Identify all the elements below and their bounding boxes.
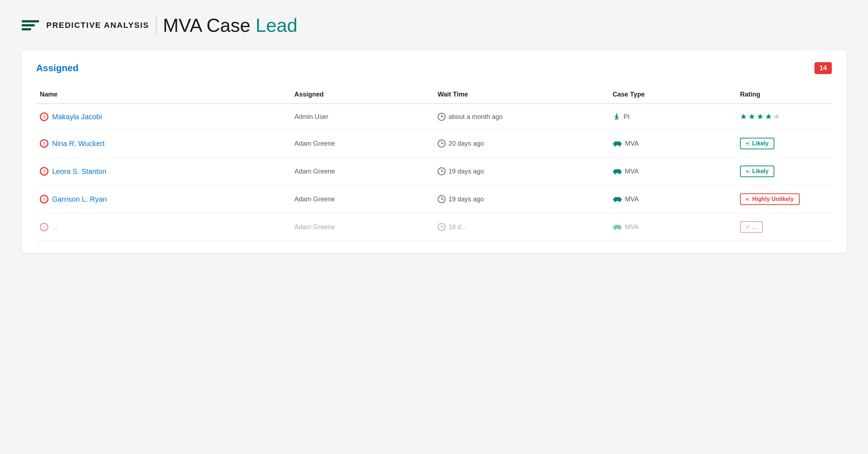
- assigned-cell: Adam Greene: [291, 213, 434, 241]
- badge-icon: +:: [746, 196, 750, 202]
- case-name-link[interactable]: Nina R. Wuckert: [52, 140, 105, 148]
- svg-point-18: [619, 200, 621, 202]
- name-cell: ! Nina R. Wuckert: [36, 130, 291, 158]
- header-title-block: PREDICTIVE ANALYSIS MVA Case Lead: [46, 14, 297, 36]
- wait-time-cell: 20 days ago: [434, 130, 609, 158]
- wait-time-cell: 19 days ago: [434, 158, 609, 185]
- svg-point-4: [619, 145, 621, 146]
- assigned-cell: Adam Greene: [291, 158, 434, 185]
- case-type-text: MVA: [625, 140, 639, 147]
- mva-icon: [613, 140, 622, 147]
- wait-time-cell: about a month ago: [434, 104, 609, 130]
- cases-table: Name Assigned Wait Time Case Type Rating…: [36, 86, 832, 241]
- clock-icon: [438, 195, 446, 203]
- col-header-wait: Wait Time: [434, 86, 609, 104]
- case-name-link[interactable]: ...: [52, 223, 58, 231]
- star: ★: [740, 112, 747, 121]
- svg-rect-5: [613, 143, 614, 144]
- case-type-cell: MVA: [609, 130, 736, 158]
- table-header: Name Assigned Wait Time Case Type Rating: [36, 86, 832, 104]
- assigned-cell: Adam Greene: [291, 130, 434, 158]
- col-header-rating: Rating: [736, 86, 832, 104]
- svg-rect-6: [621, 143, 622, 144]
- svg-rect-13: [621, 171, 622, 172]
- header-divider: [156, 16, 157, 34]
- clock-icon: [438, 223, 446, 231]
- svg-point-3: [614, 145, 616, 146]
- main-card: Assigned 14 Name Assigned Wait Time Case…: [22, 51, 846, 253]
- svg-point-0: [616, 113, 617, 115]
- case-name-link[interactable]: Makayla Jacobi: [52, 113, 102, 121]
- svg-point-25: [619, 228, 621, 230]
- svg-rect-19: [613, 199, 614, 200]
- alert-icon: !: [40, 167, 48, 176]
- clock-icon: [438, 113, 446, 121]
- rating-cell: +: Likely: [736, 158, 832, 185]
- svg-rect-26: [613, 227, 614, 228]
- section-title: Assigned: [36, 63, 78, 74]
- case-type-text: MVA: [625, 223, 639, 231]
- alert-icon: !: [40, 195, 48, 204]
- table-row[interactable]: ! Garrison L. Ryan Adam Greene 19 days a…: [36, 185, 832, 213]
- case-type-cell: MVA: [609, 158, 736, 185]
- badge-label: Likely: [752, 168, 769, 175]
- rating-badge: +: Likely: [740, 138, 774, 149]
- svg-point-11: [619, 172, 621, 174]
- name-cell: ! Garrison L. Ryan: [36, 185, 291, 213]
- table-row[interactable]: ! ... Adam Greene 18 d... MVA +: ...: [36, 213, 832, 241]
- wait-time-text: 19 days ago: [448, 168, 484, 175]
- table-body: ! Makayla Jacobi Admin User about a mont…: [36, 104, 832, 241]
- wait-time-text: 19 days ago: [448, 196, 484, 203]
- assigned-cell: Admin User: [291, 104, 434, 130]
- case-type-cell: MVA: [609, 185, 736, 213]
- badge-label: ...: [752, 224, 757, 230]
- rating-cell: +: Highly Unlikely: [736, 185, 832, 213]
- star: ★: [757, 112, 764, 121]
- wait-time-text: about a month ago: [448, 113, 503, 121]
- name-cell: ! Makayla Jacobi: [36, 104, 291, 130]
- case-type-text: PI: [624, 113, 630, 121]
- badge-icon: +:: [746, 141, 750, 146]
- badge-label: Highly Unlikely: [752, 196, 794, 202]
- case-name-link[interactable]: Garrison L. Ryan: [52, 195, 107, 204]
- rating-cell: ★★★★★: [736, 104, 832, 130]
- col-header-name: Name: [36, 86, 291, 104]
- star-rating: ★★★★★: [740, 112, 828, 121]
- table-row[interactable]: ! Nina R. Wuckert Adam Greene 20 days ag…: [36, 130, 832, 158]
- page-title-text: MVA Case: [163, 15, 256, 36]
- page-title-accent: Lead: [256, 15, 298, 36]
- clock-icon: [438, 167, 446, 175]
- pi-icon: [613, 113, 621, 121]
- table-row[interactable]: ! Makayla Jacobi Admin User about a mont…: [36, 104, 832, 130]
- case-type-cell: PI: [609, 104, 736, 130]
- svg-point-17: [614, 200, 616, 202]
- svg-rect-12: [613, 171, 614, 172]
- wait-time-text: 18 d...: [448, 223, 467, 231]
- case-name-link[interactable]: Leora S. Stanton: [52, 167, 106, 176]
- alert-icon: !: [40, 112, 48, 121]
- col-header-type: Case Type: [609, 86, 736, 104]
- svg-rect-27: [621, 227, 622, 228]
- svg-point-10: [614, 172, 616, 174]
- svg-point-24: [614, 228, 616, 230]
- clock-icon: [438, 140, 446, 147]
- assigned-count-badge: 14: [814, 62, 832, 74]
- col-header-assigned: Assigned: [291, 86, 434, 104]
- mva-icon: [613, 223, 622, 231]
- app-name: PREDICTIVE ANALYSIS: [46, 21, 149, 30]
- mva-icon: [613, 195, 622, 203]
- star: ★: [765, 112, 772, 121]
- case-type-text: MVA: [625, 196, 639, 203]
- rating-cell: +: ...: [736, 213, 832, 241]
- card-header: Assigned 14: [36, 62, 832, 74]
- alert-icon: !: [40, 139, 48, 148]
- table-row[interactable]: ! Leora S. Stanton Adam Greene 19 days a…: [36, 158, 832, 185]
- name-cell: ! Leora S. Stanton: [36, 158, 291, 185]
- star: ★: [748, 112, 756, 121]
- alert-icon: !: [40, 223, 48, 231]
- logo-icon: [22, 20, 39, 30]
- page-title: MVA Case Lead: [163, 14, 298, 36]
- wait-time-text: 20 days ago: [448, 140, 484, 147]
- badge-icon: +:: [746, 224, 750, 230]
- star: ★: [773, 112, 780, 121]
